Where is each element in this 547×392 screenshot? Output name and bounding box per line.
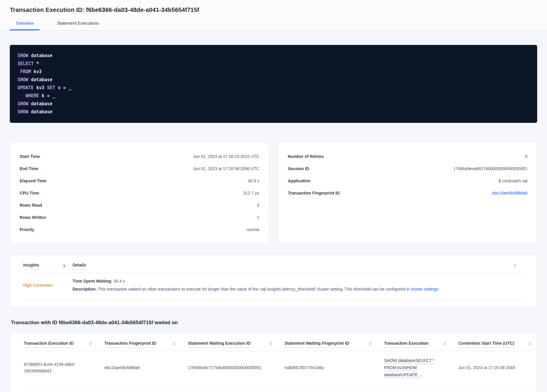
sql-line: UPDATE kv3 SET v = _ bbox=[18, 84, 529, 92]
application-label: Application bbox=[288, 178, 310, 183]
waiting-label: Time Spent Waiting: bbox=[73, 279, 112, 283]
sql-text: k = _ bbox=[39, 93, 55, 98]
rows-read-row: Rows Read3 bbox=[20, 199, 259, 211]
table-row: 9738d051-bc0e-4158-a9b4-1903586ddd42 ebc… bbox=[24, 351, 532, 386]
column-label[interactable]: Transaction Execution ID bbox=[24, 341, 73, 348]
sql-text: kv3 bbox=[31, 69, 42, 74]
sql-text: * bbox=[34, 61, 39, 66]
summary-cards-row: Start TimeJun 01, 2023 at 17:20:15:2015 … bbox=[10, 142, 537, 244]
session-id-row: Session ID17648a9eea60178000000000000000… bbox=[288, 162, 527, 175]
priority-row: Prioritynormal bbox=[20, 223, 259, 236]
sql-keyword: UPDATE bbox=[18, 85, 34, 90]
insight-details: Time Spent Waiting: 34.4 s Description: … bbox=[73, 277, 524, 293]
elapsed-time-row: Elapsed Time40.9 s bbox=[20, 175, 259, 187]
cell-contention-start-time: Jun 01, 2023 at 17:20:49:2049 bbox=[458, 365, 532, 371]
elapsed-time-value: 40.9 s bbox=[248, 178, 259, 183]
session-id-label: Session ID bbox=[288, 166, 309, 171]
tab-statement-executions[interactable]: Statement Executions bbox=[51, 21, 105, 30]
column-label[interactable]: Statement Waiting Fingerprint ID bbox=[284, 341, 349, 348]
cell-statement-waiting-execution-id: 176498a9c717bdc80000000000000001 bbox=[188, 365, 284, 371]
sql-line: SHOW database bbox=[18, 100, 529, 108]
sql-keyword: SHOW bbox=[18, 101, 28, 106]
col-contention-start-time[interactable]: Contention Start Time (UTC) bbox=[458, 341, 532, 348]
transaction-fingerprint-link[interactable]: ebc10ae56cfd88a8 bbox=[492, 191, 527, 195]
sql-line: SHOW database bbox=[18, 108, 529, 116]
details-column-label[interactable]: Details bbox=[73, 263, 86, 270]
sort-arrows-icon[interactable] bbox=[270, 342, 272, 345]
column-label[interactable]: Transaction Fingerprint ID bbox=[104, 341, 156, 348]
transaction-sql-box: SHOW database SELECT * FROM kv3 SHOW dat… bbox=[10, 45, 537, 123]
sql-line: WHERE k = _ bbox=[18, 92, 529, 100]
cell-statement-waiting-fingerprint-id: \xdb8922f077541dda bbox=[284, 365, 384, 371]
insight-type-badge: High Contention bbox=[23, 283, 73, 288]
insight-row: High Contention Time Spent Waiting: 34.4… bbox=[23, 273, 524, 300]
sql-text: database bbox=[28, 77, 52, 82]
tab-overview[interactable]: Overview bbox=[10, 21, 40, 30]
sql-keyword: SET bbox=[47, 85, 55, 90]
col-transaction-fingerprint-id[interactable]: Transaction Fingerprint ID bbox=[104, 341, 188, 348]
col-transaction-execution[interactable]: Transaction Execution bbox=[384, 341, 458, 348]
sql-line: SELECT * bbox=[18, 60, 529, 68]
insights-table-header: Insights Details bbox=[23, 255, 524, 273]
cpu-time-row: CPU Time312.7 µs bbox=[20, 187, 259, 199]
waited-on-heading: Transaction with ID f6be6366-da03-48de-a… bbox=[11, 320, 537, 326]
transaction-fingerprint-row: Transaction Fingerprint IDebc10ae56cfd88… bbox=[288, 187, 527, 199]
end-time-label: End Time bbox=[20, 166, 38, 171]
page-title: Transaction Execution ID: f6be6366-da03-… bbox=[10, 0, 537, 13]
start-time-value: Jun 01, 2023 at 17:20:15:2015 UTC bbox=[193, 154, 259, 159]
priority-label: Priority bbox=[20, 227, 34, 232]
retries-row: Number of Retries0 bbox=[288, 150, 527, 162]
sort-arrows-icon[interactable] bbox=[444, 342, 446, 345]
start-time-label: Start Time bbox=[20, 154, 40, 159]
cpu-time-label: CPU Time bbox=[20, 191, 39, 195]
rows-written-value: 1 bbox=[257, 215, 259, 220]
transaction-execution-link[interactable]: SHOW databaseSELECT * FROM kv3SHOW datab… bbox=[384, 358, 434, 377]
sort-arrows-icon[interactable] bbox=[369, 342, 372, 345]
sql-keyword: SELECT bbox=[18, 61, 34, 66]
sort-arrows-icon[interactable] bbox=[514, 264, 516, 267]
description-text: This transaction waited on other transac… bbox=[98, 287, 411, 291]
session-id-value: 17648a9eea6017800000000000000001 bbox=[453, 166, 527, 171]
sql-keyword: FROM bbox=[20, 69, 31, 74]
sort-arrows-icon[interactable] bbox=[63, 264, 65, 267]
cluster-settings-link[interactable]: cluster settings bbox=[411, 287, 438, 291]
sql-text: kv3 bbox=[34, 85, 47, 90]
details-column-header[interactable]: Details bbox=[73, 263, 524, 270]
column-label[interactable]: Transaction Execution bbox=[384, 341, 428, 348]
rows-written-label: Rows Written bbox=[20, 215, 46, 220]
col-transaction-execution-id[interactable]: Transaction Execution ID bbox=[24, 341, 104, 348]
col-statement-waiting-fingerprint-id[interactable]: Statement Waiting Fingerprint ID bbox=[284, 341, 384, 348]
sql-keyword: SHOW bbox=[18, 109, 28, 115]
insights-column-label[interactable]: Insights bbox=[23, 263, 39, 270]
end-time-row: End TimeJun 01, 2023 at 17:20:56:2056 UT… bbox=[20, 162, 259, 175]
cell-transaction-execution-id: 9738d051-bc0e-4158-a9b4-1903586ddd42 bbox=[24, 361, 104, 374]
sql-text: database bbox=[28, 53, 52, 58]
column-label[interactable]: Statement Waiting Execution ID bbox=[188, 341, 250, 348]
sql-keyword: SHOW bbox=[18, 53, 28, 58]
execution-timing-card: Start TimeJun 01, 2023 at 17:20:15:2015 … bbox=[10, 142, 269, 244]
sql-line: FROM kv3 bbox=[18, 68, 529, 76]
sql-line: SHOW database bbox=[18, 52, 529, 60]
waiting-value: 34.4 s bbox=[114, 279, 125, 283]
sql-indent bbox=[18, 69, 20, 74]
column-label[interactable]: Contention Start Time (UTC) bbox=[458, 341, 514, 348]
waited-on-table-card: Transaction Execution ID Transaction Fin… bbox=[10, 332, 537, 392]
overview-content: SHOW database SELECT * FROM kv3 SHOW dat… bbox=[0, 45, 547, 392]
sort-arrows-icon[interactable] bbox=[89, 342, 92, 345]
description-label: Description: bbox=[73, 287, 97, 291]
sort-arrows-icon[interactable] bbox=[173, 342, 175, 345]
retries-value: 0 bbox=[525, 154, 527, 159]
cell-transaction-execution: SHOW databaseSELECT * FROM kv3SHOW datab… bbox=[384, 357, 458, 378]
end-time-value: Jun 01, 2023 at 17:20:56:2056 UTC bbox=[193, 166, 259, 171]
sql-indent bbox=[18, 93, 26, 98]
insights-column-header[interactable]: Insights bbox=[23, 263, 73, 270]
sort-arrows-icon[interactable] bbox=[529, 342, 531, 345]
cpu-time-value: 312.7 µs bbox=[243, 191, 259, 195]
col-statement-waiting-execution-id[interactable]: Statement Waiting Execution ID bbox=[188, 341, 284, 348]
rows-written-row: Rows Written1 bbox=[20, 211, 259, 223]
application-value: $ cockroach sql bbox=[499, 178, 527, 183]
sql-line: SHOW database bbox=[18, 76, 529, 84]
start-time-row: Start TimeJun 01, 2023 at 17:20:15:2015 … bbox=[20, 150, 259, 162]
elapsed-time-label: Elapsed Time bbox=[20, 178, 46, 183]
rows-read-value: 3 bbox=[257, 203, 259, 208]
